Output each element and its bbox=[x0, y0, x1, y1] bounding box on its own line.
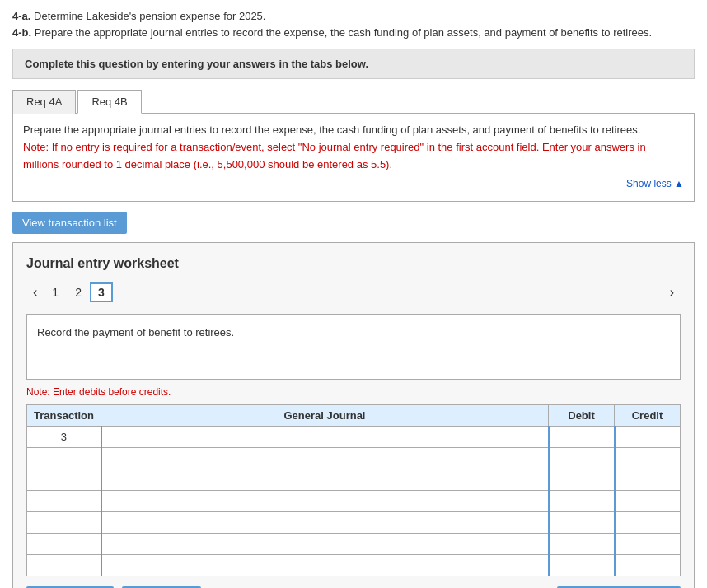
intro-section: 4-a. Determine Lakeside's pension expens… bbox=[12, 8, 695, 40]
journal-table: Transaction General Journal Debit Credit… bbox=[26, 404, 681, 576]
intro-4a-bold: 4-a. bbox=[12, 10, 30, 22]
table-row bbox=[27, 554, 681, 576]
transaction-cell bbox=[27, 447, 101, 469]
description-text: Record the payment of benefit to retiree… bbox=[37, 326, 234, 338]
credit-cell[interactable] bbox=[615, 426, 681, 447]
debit-input[interactable] bbox=[550, 491, 614, 511]
transaction-cell bbox=[27, 490, 101, 511]
col-header-transaction: Transaction bbox=[27, 404, 101, 426]
transaction-cell bbox=[27, 554, 101, 576]
general-journal-cell[interactable] bbox=[101, 511, 549, 533]
credit-cell[interactable] bbox=[615, 511, 681, 533]
description-box: Record the payment of benefit to retiree… bbox=[26, 314, 681, 380]
credit-input[interactable] bbox=[616, 555, 681, 576]
next-arrow[interactable]: › bbox=[663, 283, 681, 301]
general-journal-input[interactable] bbox=[102, 469, 548, 490]
worksheet-title: Journal entry worksheet bbox=[26, 256, 681, 271]
general-journal-cell[interactable] bbox=[101, 426, 549, 447]
general-journal-cell[interactable] bbox=[101, 554, 549, 576]
credit-cell[interactable] bbox=[615, 554, 681, 576]
debit-cell[interactable] bbox=[549, 447, 615, 469]
table-row bbox=[27, 511, 681, 533]
general-journal-input[interactable] bbox=[102, 448, 548, 469]
col-header-credit: Credit bbox=[615, 404, 681, 426]
tab-req4a[interactable]: Req 4A bbox=[12, 90, 76, 114]
debit-input[interactable] bbox=[550, 555, 614, 576]
credit-input[interactable] bbox=[616, 512, 681, 533]
col-header-general-journal: General Journal bbox=[101, 404, 549, 426]
page-1[interactable]: 1 bbox=[44, 282, 67, 302]
credit-input[interactable] bbox=[616, 534, 681, 554]
instruction-note: Note: If no entry is required for a tran… bbox=[23, 141, 646, 170]
general-journal-cell[interactable] bbox=[101, 447, 549, 469]
view-transaction-button[interactable]: View transaction list bbox=[12, 212, 127, 234]
tabs-row: Req 4A Req 4B bbox=[12, 89, 695, 114]
debit-cell[interactable] bbox=[549, 511, 615, 533]
credit-input[interactable] bbox=[616, 491, 681, 511]
prev-arrow[interactable]: ‹ bbox=[26, 283, 44, 301]
note-debits: Note: Enter debits before credits. bbox=[26, 386, 681, 398]
transaction-cell bbox=[27, 533, 101, 554]
table-row: 3 bbox=[27, 426, 681, 447]
page-3[interactable]: 3 bbox=[90, 282, 113, 302]
general-journal-cell[interactable] bbox=[101, 490, 549, 511]
table-row bbox=[27, 490, 681, 511]
intro-4b-text: Prepare the appropriate journal entries … bbox=[31, 26, 652, 39]
credit-cell[interactable] bbox=[615, 533, 681, 554]
pagination: ‹ 1 2 3 › bbox=[26, 282, 681, 302]
debit-cell[interactable] bbox=[549, 554, 615, 576]
tab-req4b[interactable]: Req 4B bbox=[77, 90, 141, 114]
debit-cell[interactable] bbox=[549, 426, 615, 447]
table-row bbox=[27, 447, 681, 469]
complete-banner: Complete this question by entering your … bbox=[12, 49, 695, 79]
general-journal-cell[interactable] bbox=[101, 469, 549, 490]
credit-cell[interactable] bbox=[615, 469, 681, 490]
worksheet-container: Journal entry worksheet ‹ 1 2 3 › Record… bbox=[12, 242, 695, 588]
table-row bbox=[27, 469, 681, 490]
instruction-box: Prepare the appropriate journal entries … bbox=[12, 114, 695, 202]
general-journal-input[interactable] bbox=[102, 555, 548, 576]
credit-input[interactable] bbox=[616, 469, 681, 490]
general-journal-input[interactable] bbox=[102, 534, 548, 554]
intro-4a-text: Determine Lakeside's pension expense for… bbox=[30, 10, 265, 22]
transaction-cell: 3 bbox=[27, 426, 101, 447]
debit-input[interactable] bbox=[550, 534, 614, 554]
credit-input[interactable] bbox=[616, 427, 681, 447]
col-header-debit: Debit bbox=[549, 404, 615, 426]
debit-cell[interactable] bbox=[549, 469, 615, 490]
page-2[interactable]: 2 bbox=[67, 282, 90, 302]
intro-4b-bold: 4-b. bbox=[12, 26, 31, 39]
general-journal-input[interactable] bbox=[102, 512, 548, 533]
general-journal-cell[interactable] bbox=[101, 533, 549, 554]
debit-input[interactable] bbox=[550, 512, 614, 533]
transaction-cell bbox=[27, 511, 101, 533]
table-row bbox=[27, 533, 681, 554]
debit-input[interactable] bbox=[550, 469, 614, 490]
general-journal-input[interactable] bbox=[102, 491, 548, 511]
instruction-main: Prepare the appropriate journal entries … bbox=[23, 124, 640, 136]
debit-cell[interactable] bbox=[549, 490, 615, 511]
credit-cell[interactable] bbox=[615, 447, 681, 469]
debit-input[interactable] bbox=[550, 448, 614, 469]
transaction-cell bbox=[27, 469, 101, 490]
debit-input[interactable] bbox=[550, 427, 614, 447]
credit-cell[interactable] bbox=[615, 490, 681, 511]
credit-input[interactable] bbox=[616, 448, 681, 469]
show-less-link[interactable]: Show less ▲ bbox=[23, 176, 684, 192]
debit-cell[interactable] bbox=[549, 533, 615, 554]
general-journal-input[interactable] bbox=[102, 427, 548, 447]
